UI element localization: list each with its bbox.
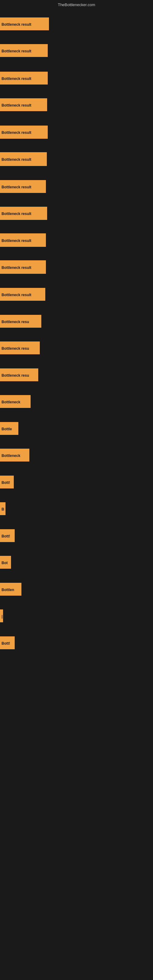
bottleneck-result-label: Bottleneck resu	[0, 368, 38, 381]
bottleneck-result-label: Bottleneck result	[0, 18, 49, 30]
bottleneck-result-label: Bottlen	[0, 583, 21, 596]
bottleneck-result-label: Bottleneck result	[0, 207, 47, 220]
bottleneck-result-label: Bott!	[0, 476, 14, 488]
bottleneck-result-label: Bottleneck result	[0, 126, 48, 139]
bottleneck-result-label: Bottleneck result	[0, 180, 46, 193]
bottleneck-result-label: Bott!	[0, 636, 15, 649]
bottleneck-result-label: Bottleneck	[0, 449, 29, 461]
bottleneck-result-label: Bottleneck result	[0, 72, 48, 84]
bottleneck-result-label: Bottleneck result	[0, 233, 46, 247]
bottleneck-result-label: Bottleneck resu	[0, 342, 40, 354]
site-title: TheBottlenecker.com	[58, 2, 95, 7]
bottleneck-result-label: Bottleneck result	[0, 260, 46, 274]
bottleneck-result-label: Bottleneck result	[0, 288, 45, 301]
bottleneck-result-label: Bottleneck result	[0, 152, 47, 166]
bottleneck-result-label: Bottleneck	[0, 395, 30, 408]
bottleneck-result-label: Bottleneck result	[0, 98, 47, 111]
bottleneck-result-label: Bott!	[0, 529, 15, 542]
bottleneck-result-label: Bottleneck result	[0, 44, 48, 57]
bottleneck-result-label: |	[0, 609, 3, 622]
bottleneck-result-label: B	[0, 502, 5, 515]
bottleneck-result-label: Bot	[0, 556, 11, 569]
bottleneck-result-label: Bottleneck resu	[0, 315, 41, 328]
bottleneck-result-label: Bottle	[0, 422, 18, 435]
